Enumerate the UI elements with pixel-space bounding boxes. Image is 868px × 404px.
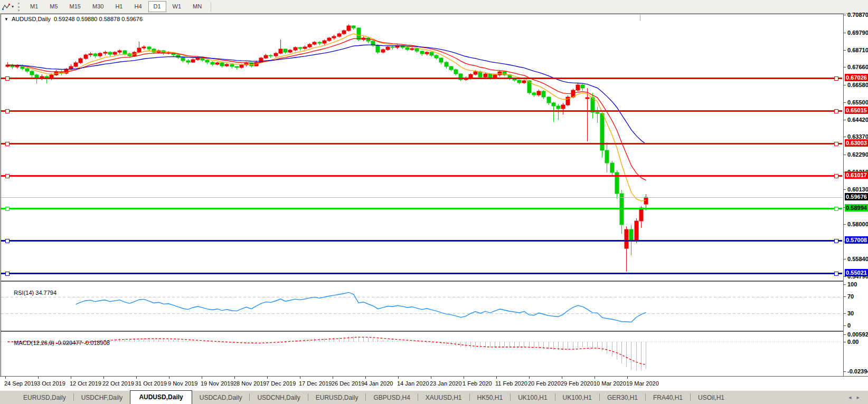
date-axis-label: 28 Nov 2019 — [233, 380, 266, 387]
date-axis-tick — [103, 377, 104, 379]
horizontal-level-line[interactable] — [1, 240, 842, 242]
price-level-label: 0.65015 — [845, 107, 868, 114]
date-axis-label: 12 Oct 2019 — [70, 380, 101, 387]
chart-tab-usdchf-1[interactable]: USDCHF,Daily — [74, 392, 130, 404]
line-handle[interactable] — [834, 109, 838, 113]
date-axis-label: 17 Dec 2019 — [299, 380, 332, 387]
price-axis-tick-label: 0.70870 — [847, 12, 868, 18]
chart-tool-button[interactable]: ▾ — [0, 2, 16, 12]
price-axis-tick — [844, 120, 846, 120]
price-level-label: 0.61017 — [845, 171, 868, 179]
timeframe-button-m5[interactable]: M5 — [44, 1, 63, 12]
timeframe-button-h4[interactable]: H4 — [129, 1, 147, 12]
line-handle[interactable] — [834, 76, 838, 81]
price-axis-tick — [844, 137, 846, 137]
date-axis-label: 26 Dec 2019 — [332, 380, 364, 387]
toolbar-grip[interactable] — [18, 3, 21, 11]
chart-tab-gbpusd-6[interactable]: GBPUSD,H4 — [366, 392, 417, 404]
price-chart-pane[interactable]: ▼ AUDUSD,Daily 0.59248 0.59880 0.58878 0… — [1, 14, 844, 281]
chart-tab-hk50-8[interactable]: HK50,H1 — [470, 392, 511, 404]
timeframe-button-d1[interactable]: D1 — [148, 1, 166, 12]
line-handle[interactable] — [834, 207, 838, 211]
tab-scroll-left-icon[interactable]: ◂ — [848, 394, 857, 400]
rsi-axis-tick — [844, 284, 846, 285]
chart-shift-marker — [640, 15, 640, 21]
price-axis-tick — [844, 259, 846, 259]
chart-tab-xauusd-7[interactable]: XAUUSD,H1 — [418, 392, 469, 404]
timeframe-button-h1[interactable]: H1 — [110, 1, 128, 12]
price-axis-tick-label: 0.69790 — [847, 30, 868, 36]
line-handle[interactable] — [834, 142, 838, 146]
horizontal-level-line[interactable] — [1, 273, 842, 274]
price-axis-tick-label: 0.64420 — [847, 117, 868, 123]
macd-indicator-pane[interactable]: MACD(12,26,9) -0.020477 -0.018908 — [1, 331, 844, 377]
horizontal-level-line[interactable] — [1, 78, 842, 79]
chart-tab-eurusd-0[interactable]: EURUSD,Daily — [16, 392, 73, 404]
mt4-chart-window: ▾ M1M5M15M30H1H4D1W1MN ▼ AUDUSD,Dai — [0, 0, 868, 404]
price-level-label: 0.59676 — [845, 193, 868, 200]
line-handle[interactable] — [5, 239, 10, 243]
line-handle[interactable] — [834, 272, 838, 276]
price-level-label: 0.57008 — [845, 236, 868, 244]
macd-values: -0.020477 -0.018908 — [56, 340, 110, 346]
date-axis-label: 19 Nov 2019 — [201, 380, 233, 387]
collapse-chart-button[interactable]: ▼ — [4, 17, 8, 22]
price-axis-tick — [844, 276, 846, 277]
horizontal-level-line[interactable] — [1, 208, 842, 209]
timeframe-button-w1[interactable]: W1 — [167, 1, 187, 12]
price-axis[interactable]: 0.70870 0.69790 0.68710 0.67660 0.66580 … — [843, 14, 868, 376]
chart-tab-eurusd-5[interactable]: EURUSD,Daily — [308, 392, 366, 404]
rsi-axis-tick — [844, 313, 846, 314]
date-axis-tick — [431, 377, 431, 379]
line-handle[interactable] — [5, 174, 10, 178]
macd-axis-tick — [844, 342, 846, 342]
macd-axis-label: -0.023944 — [847, 368, 868, 374]
chart-tab-usoil-13[interactable]: USOil,H1 — [691, 392, 732, 404]
chart-symbol-period: AUDUSD,Daily — [12, 16, 51, 22]
dropdown-caret-icon[interactable]: ▾ — [12, 4, 14, 9]
timeframe-button-mn[interactable]: MN — [187, 1, 207, 12]
line-handle[interactable] — [5, 207, 10, 211]
timeframe-button-m30[interactable]: M30 — [87, 1, 109, 12]
date-axis-label: 11 Feb 2020 — [495, 380, 527, 387]
date-axis[interactable]: 24 Sep 2019 3 Oct 2019 12 Oct 2019 22 Oc… — [0, 376, 868, 391]
price-axis-tick — [844, 67, 846, 68]
price-axis-tick-label: 0.68710 — [847, 47, 868, 53]
price-axis-tick-label: 0.60130 — [847, 186, 868, 193]
current-price-line — [1, 197, 842, 198]
line-handle[interactable] — [834, 174, 838, 178]
line-handle[interactable] — [834, 239, 838, 243]
price-axis-tick — [844, 85, 846, 85]
price-level-label: 0.55021 — [845, 269, 868, 276]
line-handle[interactable] — [5, 109, 10, 113]
chart-tab-fra40-12[interactable]: FRA40,H1 — [646, 392, 690, 404]
date-axis-tick — [202, 377, 202, 379]
horizontal-level-line[interactable] — [1, 143, 842, 145]
chart-tab-ger30-11[interactable]: GER30,H1 — [600, 392, 645, 404]
price-axis-tick — [844, 155, 846, 155]
chart-tab-usdcnh-4[interactable]: USDCNH,Daily — [250, 392, 307, 404]
tab-scroll-right-icon[interactable]: ▸ — [856, 394, 865, 400]
date-axis-tick — [136, 377, 137, 379]
line-handle[interactable] — [5, 272, 10, 276]
price-axis-tick-label: 0.65500 — [847, 99, 868, 105]
price-axis-tick-label: 0.62290 — [847, 151, 868, 158]
timeframe-button-m1[interactable]: M1 — [25, 1, 43, 12]
date-axis-tick — [234, 377, 235, 379]
rsi-indicator-pane[interactable]: RSI(14) 34.7794 — [1, 281, 844, 331]
chart-ohlc-values: 0.59248 0.59880 0.58878 0.59676 — [54, 16, 143, 22]
price-axis-tick-label: 0.55840 — [847, 256, 868, 262]
horizontal-level-line[interactable] — [1, 175, 842, 177]
price-axis-tick — [844, 189, 846, 190]
chart-tab-uk100-10[interactable]: UK100,H1 — [555, 392, 599, 404]
chart-tab-audusd-2[interactable]: AUDUSD,Daily — [130, 390, 192, 404]
rsi-axis-tick — [844, 325, 846, 326]
line-handle[interactable] — [5, 76, 10, 81]
horizontal-level-line[interactable] — [1, 110, 842, 112]
line-handle[interactable] — [5, 142, 10, 146]
chart-tab-usdcad-3[interactable]: USDCAD,Daily — [192, 392, 250, 404]
date-axis-tick — [169, 377, 169, 379]
chart-tab-bar: EURUSD,DailyUSDCHF,DailyAUDUSD,DailyUSDC… — [0, 390, 868, 404]
chart-tab-uk100-9[interactable]: UK100,H1 — [511, 392, 554, 404]
timeframe-button-m15[interactable]: M15 — [64, 1, 86, 12]
